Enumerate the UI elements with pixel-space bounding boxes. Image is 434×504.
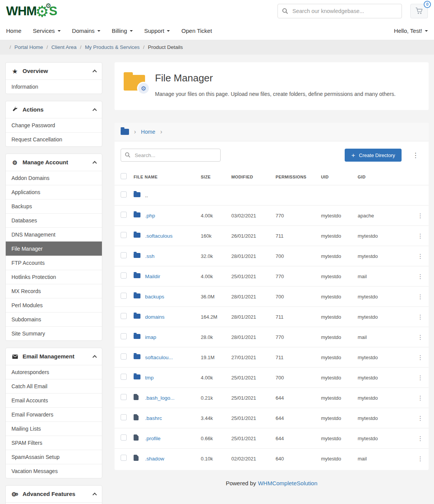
sidebar-item[interactable]: SpamAssasin Setup	[6, 450, 102, 464]
nav-item[interactable]: Domains	[72, 28, 100, 34]
file-name-link[interactable]: backups	[145, 294, 201, 300]
file-name-link[interactable]: .profile	[145, 436, 201, 441]
column-header-uid[interactable]: UID	[321, 175, 358, 179]
sidebar-item[interactable]: Subdomains	[6, 312, 102, 326]
column-header-size[interactable]: SIZE	[201, 175, 231, 179]
file-name-link[interactable]: softaculou...	[145, 355, 201, 360]
row-actions-menu-icon[interactable]: ⋮	[414, 312, 426, 322]
powered-by-text: Powered by	[226, 480, 256, 486]
sidebar-item[interactable]: Mailing Lists	[6, 421, 102, 436]
sidebar-item[interactable]: Email Forwarders	[6, 407, 102, 421]
row-checkbox[interactable]	[121, 374, 127, 380]
sidebar-item[interactable]: Email Accounts	[6, 393, 102, 407]
nav-item[interactable]: Home	[6, 28, 21, 34]
file-name-link[interactable]: domains	[145, 314, 201, 320]
sidebar-item[interactable]: Autoresponders	[6, 365, 102, 379]
row-checkbox[interactable]	[121, 212, 127, 218]
sidebar-item[interactable]: Catch All Email	[6, 379, 102, 393]
row-checkbox[interactable]	[121, 313, 127, 319]
sidebar-item[interactable]: Hotlinks Protection	[6, 270, 102, 284]
breadcrumb-item[interactable]: My Products & Services	[77, 44, 140, 50]
row-actions-menu-icon[interactable]: ⋮	[414, 231, 426, 241]
sidebar: ★ Overview Information Actions Change Pa…	[5, 62, 102, 504]
row-actions-menu-icon[interactable]: ⋮	[414, 454, 426, 464]
sidebar-item[interactable]: File Manager	[6, 241, 102, 256]
path-home-link[interactable]: Home	[141, 129, 155, 135]
row-checkbox[interactable]	[121, 394, 127, 400]
row-checkbox[interactable]	[121, 414, 127, 420]
file-name-link[interactable]: .shadow	[145, 456, 201, 462]
sidebar-item[interactable]: Databases	[6, 213, 102, 227]
nav-item[interactable]: Support	[144, 28, 170, 34]
column-header-modified[interactable]: MODIFIED	[231, 175, 276, 179]
file-name-link[interactable]: .bash_logo...	[145, 395, 201, 401]
file-name-link[interactable]: .bashrc	[145, 415, 201, 421]
account-menu[interactable]: Hello, Test!	[394, 28, 428, 34]
column-header-file-name[interactable]: FILE NAME	[134, 175, 201, 179]
nav-item[interactable]: Open Ticket	[181, 28, 212, 34]
row-actions-menu-icon[interactable]: ⋮	[414, 251, 426, 261]
row-actions-menu-icon[interactable]: ⋮	[414, 211, 426, 221]
row-actions-menu-icon[interactable]: ⋮	[414, 271, 426, 282]
file-name-link[interactable]: .php	[145, 213, 201, 219]
sidebar-item[interactable]: Addon Domains	[6, 171, 102, 185]
file-name-link[interactable]: .ssh	[145, 253, 201, 259]
row-actions-menu-icon[interactable]: ⋮	[414, 332, 426, 342]
row-checkbox[interactable]	[121, 272, 127, 279]
file-search-input[interactable]	[121, 149, 221, 162]
whmcs-logo[interactable]: WHM ⚙ S	[6, 3, 57, 19]
breadcrumb-item[interactable]: Portal Home	[6, 44, 43, 50]
breadcrumb-item[interactable]: Product Details	[140, 44, 183, 50]
row-actions-menu-icon[interactable]: ⋮	[414, 292, 426, 302]
sidebar-item[interactable]: Change Password	[6, 118, 102, 132]
create-directory-button[interactable]: + Create Directory	[345, 149, 402, 162]
row-checkbox[interactable]	[121, 455, 127, 461]
file-permissions: 700	[276, 375, 321, 381]
nav-item[interactable]: Billing	[112, 28, 133, 34]
sidebar-item[interactable]: Backups	[6, 199, 102, 213]
file-name-link[interactable]: imap	[145, 334, 201, 340]
sidebar-item[interactable]: DNS Management	[6, 227, 102, 241]
file-name-link[interactable]: tmp	[145, 375, 201, 381]
row-checkbox[interactable]	[121, 293, 127, 299]
panel-header-actions[interactable]: Actions	[6, 101, 102, 118]
select-all-checkbox[interactable]	[121, 173, 127, 179]
row-checkbox[interactable]	[121, 191, 127, 198]
knowledgebase-search-input[interactable]	[278, 4, 402, 18]
file-name-link[interactable]: .softaculous	[145, 233, 201, 239]
panel-header-email-management[interactable]: Email Management	[6, 348, 102, 365]
breadcrumb-item[interactable]: Client Area	[43, 44, 77, 50]
row-checkbox[interactable]	[121, 252, 127, 258]
sidebar-item[interactable]: FTP Accounts	[6, 256, 102, 270]
row-checkbox[interactable]	[121, 434, 127, 441]
row-actions-menu-icon[interactable]: ⋮	[414, 393, 426, 403]
column-header-permissions[interactable]: PERMISSIONS	[276, 175, 321, 179]
sidebar-item[interactable]: Apache Handlers	[6, 502, 102, 504]
sidebar-item[interactable]: Vacation Messages	[6, 464, 102, 478]
sidebar-item[interactable]: Information	[6, 79, 102, 94]
row-actions-menu-icon[interactable]: ⋮	[414, 352, 426, 363]
row-icon-cell	[134, 354, 145, 361]
sidebar-item[interactable]: SPAM Filters	[6, 436, 102, 450]
file-name-link[interactable]: Maildir	[145, 274, 201, 279]
row-actions-menu-icon[interactable]: ⋮	[414, 373, 426, 383]
row-checkbox[interactable]	[121, 333, 127, 339]
row-actions-menu-icon[interactable]: ⋮	[414, 433, 426, 444]
whmcompletesolution-link[interactable]: WHMCompleteSolution	[258, 480, 318, 486]
toolbar-kebab-menu-icon[interactable]: ⋮	[408, 151, 423, 160]
root-folder-icon[interactable]	[121, 129, 129, 135]
sidebar-item[interactable]: Perl Modules	[6, 298, 102, 312]
row-checkbox[interactable]	[121, 232, 127, 238]
row-checkbox[interactable]	[121, 353, 127, 360]
sidebar-item[interactable]: MX Records	[6, 284, 102, 298]
sidebar-item[interactable]: Site Summary	[6, 326, 102, 340]
file-name-link[interactable]: ..	[145, 193, 201, 198]
panel-header-overview[interactable]: ★ Overview	[6, 63, 102, 79]
panel-header-advanced-features[interactable]: ⚙⚙ Advanced Features	[6, 486, 102, 502]
sidebar-item[interactable]: Request Cancellation	[6, 132, 102, 146]
panel-header-manage-account[interactable]: ⚙ Manage Account	[6, 154, 102, 171]
sidebar-item[interactable]: Applications	[6, 185, 102, 199]
nav-item[interactable]: Services	[33, 28, 61, 34]
row-actions-menu-icon[interactable]: ⋮	[414, 413, 426, 423]
column-header-gid[interactable]: GID	[358, 175, 412, 179]
